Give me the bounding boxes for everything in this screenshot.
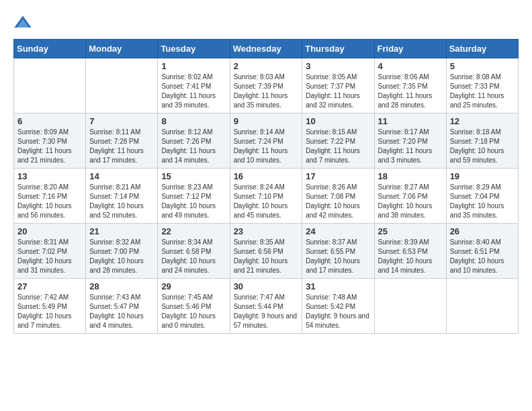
day-info: Sunrise: 8:09 AM Sunset: 7:30 PM Dayligh… [17,128,82,165]
day-info: Sunrise: 8:05 AM Sunset: 7:37 PM Dayligh… [306,73,370,110]
day-info: Sunrise: 7:42 AM Sunset: 5:49 PM Dayligh… [17,293,82,330]
day-number: 30 [234,281,299,291]
weekday-header-row: SundayMondayTuesdayWednesdayThursdayFrid… [14,40,519,58]
calendar-week-row: 20Sunrise: 8:31 AM Sunset: 7:02 PM Dayli… [14,224,519,279]
day-number: 2 [234,61,299,71]
day-info: Sunrise: 8:37 AM Sunset: 6:55 PM Dayligh… [306,238,370,275]
day-info: Sunrise: 8:14 AM Sunset: 7:24 PM Dayligh… [234,128,299,165]
calendar-cell: 28Sunrise: 7:43 AM Sunset: 5:47 PM Dayli… [86,279,158,334]
day-number: 13 [17,171,82,181]
day-info: Sunrise: 8:39 AM Sunset: 6:53 PM Dayligh… [378,238,443,275]
calendar-cell: 18Sunrise: 8:27 AM Sunset: 7:06 PM Dayli… [374,169,446,224]
day-number: 1 [161,61,226,71]
day-number: 31 [306,281,370,291]
day-info: Sunrise: 7:45 AM Sunset: 5:46 PM Dayligh… [161,293,226,330]
day-info: Sunrise: 8:31 AM Sunset: 7:02 PM Dayligh… [17,238,82,275]
calendar-cell: 9Sunrise: 8:14 AM Sunset: 7:24 PM Daylig… [230,113,302,169]
day-number: 5 [450,61,515,71]
calendar-cell: 3Sunrise: 8:05 AM Sunset: 7:37 PM Daylig… [302,58,374,113]
weekday-header-friday: Friday [374,40,446,58]
day-number: 9 [234,116,299,126]
day-number: 28 [89,281,154,291]
calendar-week-row: 6Sunrise: 8:09 AM Sunset: 7:30 PM Daylig… [14,113,519,169]
calendar-cell: 5Sunrise: 8:08 AM Sunset: 7:33 PM Daylig… [446,58,518,113]
calendar-week-row: 13Sunrise: 8:20 AM Sunset: 7:16 PM Dayli… [14,169,519,224]
calendar-cell: 12Sunrise: 8:18 AM Sunset: 7:18 PM Dayli… [446,113,518,169]
calendar-cell: 26Sunrise: 8:40 AM Sunset: 6:51 PM Dayli… [446,224,518,279]
weekday-header-wednesday: Wednesday [230,40,302,58]
day-number: 29 [161,281,226,291]
calendar-cell: 25Sunrise: 8:39 AM Sunset: 6:53 PM Dayli… [374,224,446,279]
logo-icon [13,13,32,32]
calendar-table: SundayMondayTuesdayWednesdayThursdayFrid… [13,39,519,334]
calendar-cell: 19Sunrise: 8:29 AM Sunset: 7:04 PM Dayli… [446,169,518,224]
calendar-cell: 14Sunrise: 8:21 AM Sunset: 7:14 PM Dayli… [86,169,158,224]
day-number: 7 [89,116,154,126]
calendar-cell: 1Sunrise: 8:02 AM Sunset: 7:41 PM Daylig… [158,58,230,113]
day-number: 14 [89,171,154,181]
day-info: Sunrise: 8:34 AM Sunset: 6:58 PM Dayligh… [161,238,226,275]
weekday-header-tuesday: Tuesday [158,40,230,58]
day-info: Sunrise: 7:48 AM Sunset: 5:42 PM Dayligh… [306,293,370,330]
calendar-cell: 20Sunrise: 8:31 AM Sunset: 7:02 PM Dayli… [14,224,86,279]
day-number: 27 [17,281,82,291]
day-info: Sunrise: 8:06 AM Sunset: 7:35 PM Dayligh… [378,73,443,110]
calendar-cell [14,58,86,113]
calendar-cell: 31Sunrise: 7:48 AM Sunset: 5:42 PM Dayli… [302,279,374,334]
day-info: Sunrise: 8:40 AM Sunset: 6:51 PM Dayligh… [450,238,515,275]
calendar-cell: 2Sunrise: 8:03 AM Sunset: 7:39 PM Daylig… [230,58,302,113]
weekday-header-sunday: Sunday [14,40,86,58]
calendar-cell: 27Sunrise: 7:42 AM Sunset: 5:49 PM Dayli… [14,279,86,334]
calendar-cell: 22Sunrise: 8:34 AM Sunset: 6:58 PM Dayli… [158,224,230,279]
day-info: Sunrise: 8:20 AM Sunset: 7:16 PM Dayligh… [17,183,82,220]
day-number: 23 [234,226,299,236]
calendar-cell: 21Sunrise: 8:32 AM Sunset: 7:00 PM Dayli… [86,224,158,279]
day-info: Sunrise: 8:08 AM Sunset: 7:33 PM Dayligh… [450,73,515,110]
day-number: 25 [378,226,443,236]
day-number: 19 [450,171,515,181]
day-info: Sunrise: 7:43 AM Sunset: 5:47 PM Dayligh… [89,293,154,330]
day-info: Sunrise: 8:03 AM Sunset: 7:39 PM Dayligh… [234,73,299,110]
weekday-header-saturday: Saturday [446,40,518,58]
day-info: Sunrise: 7:47 AM Sunset: 5:44 PM Dayligh… [234,293,299,330]
day-number: 15 [161,171,226,181]
day-number: 11 [378,116,443,126]
day-info: Sunrise: 8:29 AM Sunset: 7:04 PM Dayligh… [450,183,515,220]
calendar-cell: 13Sunrise: 8:20 AM Sunset: 7:16 PM Dayli… [14,169,86,224]
day-number: 21 [89,226,154,236]
calendar-cell: 10Sunrise: 8:15 AM Sunset: 7:22 PM Dayli… [302,113,374,169]
calendar-cell: 30Sunrise: 7:47 AM Sunset: 5:44 PM Dayli… [230,279,302,334]
calendar-cell: 11Sunrise: 8:17 AM Sunset: 7:20 PM Dayli… [374,113,446,169]
day-number: 16 [234,171,299,181]
logo [13,13,35,32]
day-info: Sunrise: 8:27 AM Sunset: 7:06 PM Dayligh… [378,183,443,220]
page-header [13,13,519,32]
day-number: 26 [450,226,515,236]
day-info: Sunrise: 8:21 AM Sunset: 7:14 PM Dayligh… [89,183,154,220]
calendar-cell: 16Sunrise: 8:24 AM Sunset: 7:10 PM Dayli… [230,169,302,224]
day-number: 17 [306,171,370,181]
calendar-cell [86,58,158,113]
day-info: Sunrise: 8:18 AM Sunset: 7:18 PM Dayligh… [450,128,515,165]
day-number: 20 [17,226,82,236]
calendar-cell: 23Sunrise: 8:35 AM Sunset: 6:56 PM Dayli… [230,224,302,279]
day-info: Sunrise: 8:35 AM Sunset: 6:56 PM Dayligh… [234,238,299,275]
day-number: 8 [161,116,226,126]
calendar-week-row: 1Sunrise: 8:02 AM Sunset: 7:41 PM Daylig… [14,58,519,113]
day-number: 3 [306,61,370,71]
day-info: Sunrise: 8:32 AM Sunset: 7:00 PM Dayligh… [89,238,154,275]
day-info: Sunrise: 8:12 AM Sunset: 7:26 PM Dayligh… [161,128,226,165]
day-number: 18 [378,171,443,181]
day-number: 10 [306,116,370,126]
calendar-cell: 6Sunrise: 8:09 AM Sunset: 7:30 PM Daylig… [14,113,86,169]
day-info: Sunrise: 8:24 AM Sunset: 7:10 PM Dayligh… [234,183,299,220]
calendar-cell [374,279,446,334]
weekday-header-thursday: Thursday [302,40,374,58]
day-number: 24 [306,226,370,236]
calendar-week-row: 27Sunrise: 7:42 AM Sunset: 5:49 PM Dayli… [14,279,519,334]
day-info: Sunrise: 8:11 AM Sunset: 7:28 PM Dayligh… [89,128,154,165]
calendar-cell: 24Sunrise: 8:37 AM Sunset: 6:55 PM Dayli… [302,224,374,279]
calendar-cell: 7Sunrise: 8:11 AM Sunset: 7:28 PM Daylig… [86,113,158,169]
day-number: 12 [450,116,515,126]
weekday-header-monday: Monday [86,40,158,58]
